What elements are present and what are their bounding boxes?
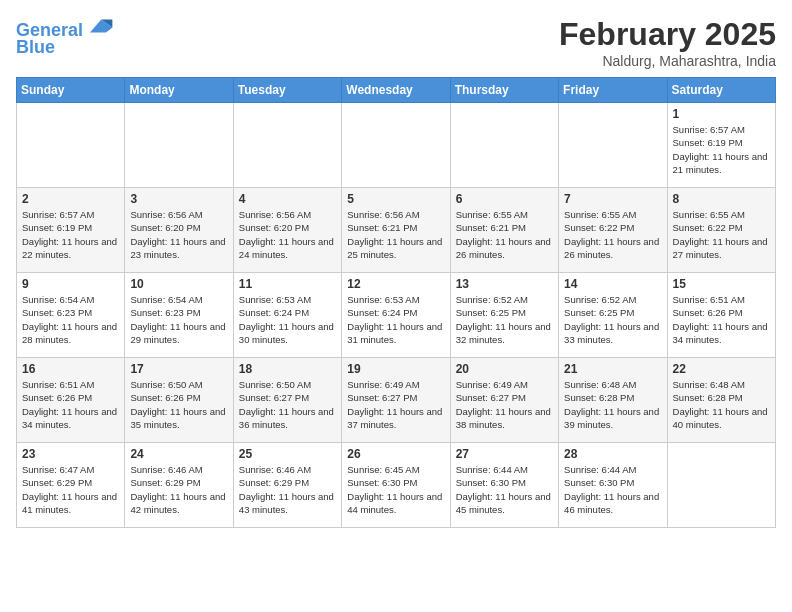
day-number: 20 bbox=[456, 362, 553, 376]
day-info: Sunrise: 6:56 AMSunset: 6:20 PMDaylight:… bbox=[130, 208, 227, 261]
day-info: Sunrise: 6:55 AMSunset: 6:21 PMDaylight:… bbox=[456, 208, 553, 261]
day-number: 4 bbox=[239, 192, 336, 206]
day-info: Sunrise: 6:45 AMSunset: 6:30 PMDaylight:… bbox=[347, 463, 444, 516]
page-header: General Blue February 2025 Naldurg, Maha… bbox=[16, 16, 776, 69]
day-info: Sunrise: 6:44 AMSunset: 6:30 PMDaylight:… bbox=[456, 463, 553, 516]
day-cell bbox=[17, 103, 125, 188]
day-cell: 9 Sunrise: 6:54 AMSunset: 6:23 PMDayligh… bbox=[17, 273, 125, 358]
day-cell: 25 Sunrise: 6:46 AMSunset: 6:29 PMDaylig… bbox=[233, 443, 341, 528]
day-number: 11 bbox=[239, 277, 336, 291]
weekday-tuesday: Tuesday bbox=[233, 78, 341, 103]
calendar-table: SundayMondayTuesdayWednesdayThursdayFrid… bbox=[16, 77, 776, 528]
day-cell: 5 Sunrise: 6:56 AMSunset: 6:21 PMDayligh… bbox=[342, 188, 450, 273]
day-cell: 1 Sunrise: 6:57 AMSunset: 6:19 PMDayligh… bbox=[667, 103, 775, 188]
day-info: Sunrise: 6:52 AMSunset: 6:25 PMDaylight:… bbox=[456, 293, 553, 346]
day-info: Sunrise: 6:55 AMSunset: 6:22 PMDaylight:… bbox=[564, 208, 661, 261]
weekday-wednesday: Wednesday bbox=[342, 78, 450, 103]
day-number: 25 bbox=[239, 447, 336, 461]
day-cell: 11 Sunrise: 6:53 AMSunset: 6:24 PMDaylig… bbox=[233, 273, 341, 358]
day-number: 22 bbox=[673, 362, 770, 376]
weekday-thursday: Thursday bbox=[450, 78, 558, 103]
day-cell: 20 Sunrise: 6:49 AMSunset: 6:27 PMDaylig… bbox=[450, 358, 558, 443]
day-cell: 2 Sunrise: 6:57 AMSunset: 6:19 PMDayligh… bbox=[17, 188, 125, 273]
day-cell: 21 Sunrise: 6:48 AMSunset: 6:28 PMDaylig… bbox=[559, 358, 667, 443]
day-cell bbox=[450, 103, 558, 188]
week-row-2: 2 Sunrise: 6:57 AMSunset: 6:19 PMDayligh… bbox=[17, 188, 776, 273]
day-cell: 3 Sunrise: 6:56 AMSunset: 6:20 PMDayligh… bbox=[125, 188, 233, 273]
day-cell: 18 Sunrise: 6:50 AMSunset: 6:27 PMDaylig… bbox=[233, 358, 341, 443]
day-cell: 19 Sunrise: 6:49 AMSunset: 6:27 PMDaylig… bbox=[342, 358, 450, 443]
day-number: 18 bbox=[239, 362, 336, 376]
day-number: 2 bbox=[22, 192, 119, 206]
logo: General Blue bbox=[16, 16, 114, 58]
day-info: Sunrise: 6:56 AMSunset: 6:21 PMDaylight:… bbox=[347, 208, 444, 261]
day-number: 3 bbox=[130, 192, 227, 206]
day-info: Sunrise: 6:49 AMSunset: 6:27 PMDaylight:… bbox=[456, 378, 553, 431]
day-cell: 15 Sunrise: 6:51 AMSunset: 6:26 PMDaylig… bbox=[667, 273, 775, 358]
day-info: Sunrise: 6:48 AMSunset: 6:28 PMDaylight:… bbox=[673, 378, 770, 431]
day-number: 24 bbox=[130, 447, 227, 461]
day-cell bbox=[667, 443, 775, 528]
day-cell: 17 Sunrise: 6:50 AMSunset: 6:26 PMDaylig… bbox=[125, 358, 233, 443]
day-cell: 7 Sunrise: 6:55 AMSunset: 6:22 PMDayligh… bbox=[559, 188, 667, 273]
day-cell: 22 Sunrise: 6:48 AMSunset: 6:28 PMDaylig… bbox=[667, 358, 775, 443]
month-title: February 2025 bbox=[559, 16, 776, 53]
day-info: Sunrise: 6:48 AMSunset: 6:28 PMDaylight:… bbox=[564, 378, 661, 431]
day-cell: 10 Sunrise: 6:54 AMSunset: 6:23 PMDaylig… bbox=[125, 273, 233, 358]
day-info: Sunrise: 6:46 AMSunset: 6:29 PMDaylight:… bbox=[239, 463, 336, 516]
day-cell: 8 Sunrise: 6:55 AMSunset: 6:22 PMDayligh… bbox=[667, 188, 775, 273]
day-cell: 27 Sunrise: 6:44 AMSunset: 6:30 PMDaylig… bbox=[450, 443, 558, 528]
day-info: Sunrise: 6:47 AMSunset: 6:29 PMDaylight:… bbox=[22, 463, 119, 516]
day-number: 8 bbox=[673, 192, 770, 206]
weekday-saturday: Saturday bbox=[667, 78, 775, 103]
day-cell: 14 Sunrise: 6:52 AMSunset: 6:25 PMDaylig… bbox=[559, 273, 667, 358]
day-number: 27 bbox=[456, 447, 553, 461]
day-cell: 24 Sunrise: 6:46 AMSunset: 6:29 PMDaylig… bbox=[125, 443, 233, 528]
day-number: 5 bbox=[347, 192, 444, 206]
day-number: 13 bbox=[456, 277, 553, 291]
day-cell bbox=[125, 103, 233, 188]
location: Naldurg, Maharashtra, India bbox=[559, 53, 776, 69]
day-info: Sunrise: 6:50 AMSunset: 6:27 PMDaylight:… bbox=[239, 378, 336, 431]
day-info: Sunrise: 6:54 AMSunset: 6:23 PMDaylight:… bbox=[130, 293, 227, 346]
day-cell bbox=[342, 103, 450, 188]
day-info: Sunrise: 6:53 AMSunset: 6:24 PMDaylight:… bbox=[239, 293, 336, 346]
day-number: 14 bbox=[564, 277, 661, 291]
day-cell bbox=[233, 103, 341, 188]
day-number: 21 bbox=[564, 362, 661, 376]
week-row-5: 23 Sunrise: 6:47 AMSunset: 6:29 PMDaylig… bbox=[17, 443, 776, 528]
day-number: 16 bbox=[22, 362, 119, 376]
day-cell: 4 Sunrise: 6:56 AMSunset: 6:20 PMDayligh… bbox=[233, 188, 341, 273]
day-cell: 23 Sunrise: 6:47 AMSunset: 6:29 PMDaylig… bbox=[17, 443, 125, 528]
weekday-friday: Friday bbox=[559, 78, 667, 103]
logo-icon bbox=[90, 16, 114, 36]
day-info: Sunrise: 6:54 AMSunset: 6:23 PMDaylight:… bbox=[22, 293, 119, 346]
weekday-sunday: Sunday bbox=[17, 78, 125, 103]
day-cell: 26 Sunrise: 6:45 AMSunset: 6:30 PMDaylig… bbox=[342, 443, 450, 528]
day-number: 6 bbox=[456, 192, 553, 206]
day-cell: 12 Sunrise: 6:53 AMSunset: 6:24 PMDaylig… bbox=[342, 273, 450, 358]
day-info: Sunrise: 6:46 AMSunset: 6:29 PMDaylight:… bbox=[130, 463, 227, 516]
week-row-1: 1 Sunrise: 6:57 AMSunset: 6:19 PMDayligh… bbox=[17, 103, 776, 188]
day-number: 12 bbox=[347, 277, 444, 291]
day-number: 19 bbox=[347, 362, 444, 376]
day-cell: 28 Sunrise: 6:44 AMSunset: 6:30 PMDaylig… bbox=[559, 443, 667, 528]
day-info: Sunrise: 6:57 AMSunset: 6:19 PMDaylight:… bbox=[673, 123, 770, 176]
day-number: 15 bbox=[673, 277, 770, 291]
day-info: Sunrise: 6:55 AMSunset: 6:22 PMDaylight:… bbox=[673, 208, 770, 261]
weekday-header-row: SundayMondayTuesdayWednesdayThursdayFrid… bbox=[17, 78, 776, 103]
weekday-monday: Monday bbox=[125, 78, 233, 103]
day-info: Sunrise: 6:52 AMSunset: 6:25 PMDaylight:… bbox=[564, 293, 661, 346]
week-row-4: 16 Sunrise: 6:51 AMSunset: 6:26 PMDaylig… bbox=[17, 358, 776, 443]
day-info: Sunrise: 6:56 AMSunset: 6:20 PMDaylight:… bbox=[239, 208, 336, 261]
day-number: 10 bbox=[130, 277, 227, 291]
day-info: Sunrise: 6:51 AMSunset: 6:26 PMDaylight:… bbox=[673, 293, 770, 346]
day-info: Sunrise: 6:44 AMSunset: 6:30 PMDaylight:… bbox=[564, 463, 661, 516]
day-number: 7 bbox=[564, 192, 661, 206]
day-number: 26 bbox=[347, 447, 444, 461]
day-number: 23 bbox=[22, 447, 119, 461]
day-info: Sunrise: 6:49 AMSunset: 6:27 PMDaylight:… bbox=[347, 378, 444, 431]
title-area: February 2025 Naldurg, Maharashtra, Indi… bbox=[559, 16, 776, 69]
day-cell bbox=[559, 103, 667, 188]
day-number: 1 bbox=[673, 107, 770, 121]
